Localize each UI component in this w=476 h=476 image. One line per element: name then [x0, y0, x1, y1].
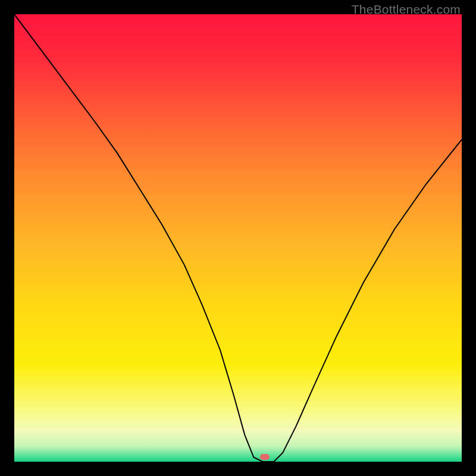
watermark-text: TheBottleneck.com — [352, 2, 461, 17]
optimum-marker — [260, 454, 270, 460]
plot-area — [14, 14, 462, 462]
bottleneck-curve — [14, 14, 462, 462]
chart-stage: TheBottleneck.com — [0, 0, 476, 476]
